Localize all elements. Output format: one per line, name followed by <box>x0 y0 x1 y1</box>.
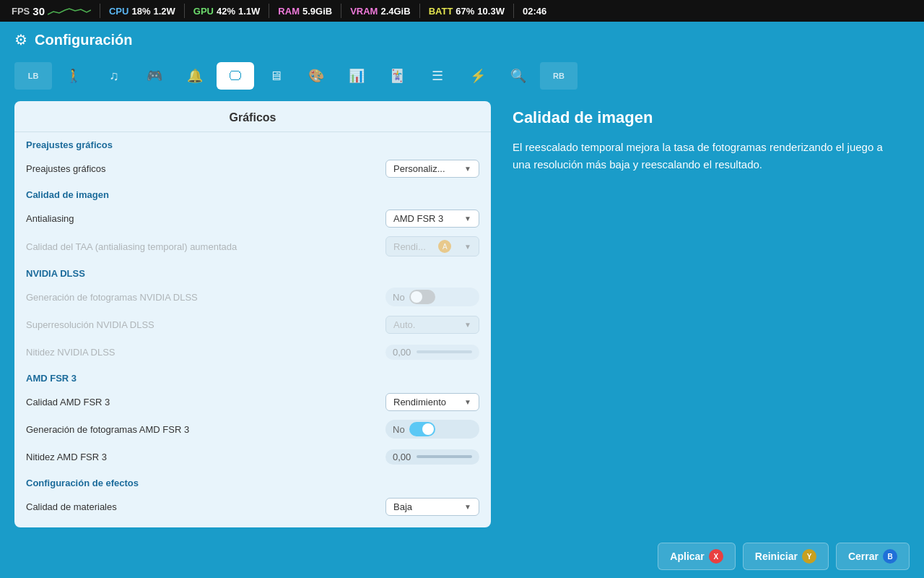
page-title: Configuración <box>35 32 133 48</box>
section-nvidia-dlss: NVIDIA DLSS <box>14 261 491 283</box>
dropdown-calidad-fsr3[interactable]: Rendimiento ▼ <box>385 393 479 411</box>
fps-value: 30 <box>32 5 45 17</box>
section-amd-fsr3: AMD FSR 3 <box>14 366 491 388</box>
slider-track-nvidia[interactable] <box>417 350 472 353</box>
toggle-generacion-nvidia[interactable]: No <box>385 288 479 306</box>
slider-track-fsr3[interactable] <box>417 455 472 458</box>
label-superresolucion-nvidia: Superresolución NVIDIA DLSS <box>26 319 385 330</box>
apply-badge: X <box>709 549 723 564</box>
gpu-label: GPU <box>193 6 214 17</box>
dropdown-materiales-value: Baja <box>393 501 412 512</box>
batt-watts: 10.3W <box>477 6 505 17</box>
dropdown-preajustes-graficos[interactable]: Personaliz... ▼ <box>385 160 479 178</box>
dropdown-preajustes-value: Personaliz... <box>393 163 445 174</box>
vram-val: 2.4GiB <box>380 6 410 17</box>
cpu-pct: 18% <box>131 6 150 17</box>
slider-nvidia-value: 0,00 <box>393 347 411 358</box>
tab-display[interactable]: 🖵 <box>217 62 254 90</box>
vram-section: VRAM 2.4GiB <box>344 0 416 22</box>
badge-a: A <box>438 240 451 253</box>
tab-bell[interactable]: 🔔 <box>176 62 214 90</box>
close-label: Cerrar <box>848 551 879 562</box>
close-button[interactable]: Cerrar B <box>836 543 910 570</box>
tab-chart[interactable]: 📊 <box>338 62 375 90</box>
tab-card[interactable]: 🃏 <box>378 62 416 90</box>
label-nitidez-fsr3: Nitidez AMD FSR 3 <box>26 452 385 462</box>
section-preajustes: Preajustes gráficos <box>14 132 491 155</box>
toggle-track-fsr3-gen[interactable] <box>409 422 435 436</box>
row-nitidez-nvidia: Nitidez NVIDIA DLSS 0,00 <box>14 338 491 366</box>
section-efectos: Configuración de efectos <box>14 470 491 493</box>
tab-lb[interactable]: LB <box>14 62 52 90</box>
cpu-watts: 1.2W <box>153 6 175 17</box>
batt-section: BATT 67% 10.3W <box>423 0 510 22</box>
label-antialiasing: Antialiasing <box>26 213 385 224</box>
tab-search[interactable]: 🔍 <box>500 62 537 90</box>
clock: 02:46 <box>517 0 552 22</box>
fps-label: FPS <box>12 6 30 17</box>
tab-rb[interactable]: RB <box>540 62 578 90</box>
dropdown-calidad-materiales[interactable]: Baja ▼ <box>385 498 479 516</box>
label-calidad-fsr3: Calidad AMD FSR 3 <box>26 397 385 407</box>
tab-person[interactable]: 🚶 <box>55 62 92 90</box>
slider-fsr3-value: 0,00 <box>393 452 411 462</box>
fps-section: FPS 30 <box>6 0 97 22</box>
toggle-knob-fsr3-gen <box>422 423 434 435</box>
settings-panel: Gráficos Preajustes gráficos Preajustes … <box>14 101 491 527</box>
label-calidad-taa: Calidad del TAA (antialiasing temporal) … <box>26 241 385 252</box>
apply-label: Aplicar <box>670 551 704 562</box>
label-generacion-fsr3: Generación de fotogramas AMD FSR 3 <box>26 424 385 435</box>
tab-palette[interactable]: 🎨 <box>297 62 335 90</box>
slider-nitidez-nvidia[interactable]: 0,00 <box>385 345 479 360</box>
toggle-fsr3-gen-value: No <box>393 424 405 435</box>
info-title: Calidad de imagen <box>513 108 902 127</box>
tab-filter[interactable]: ⚡ <box>459 62 497 90</box>
section-calidad-imagen: Calidad de imagen <box>14 182 491 204</box>
gpu-watts: 1.1W <box>238 6 260 17</box>
vram-label: VRAM <box>350 6 378 17</box>
nav-tabs: LB 🚶 ♫ 🎮 🔔 🖵 🖥 🎨 📊 🃏 ☰ ⚡ 🔍 RB <box>0 58 924 94</box>
dropdown-superresolucion-nvidia[interactable]: Auto. ▼ <box>385 316 479 334</box>
chevron-down-icon-aa: ▼ <box>464 215 471 223</box>
chevron-down-icon-materiales: ▼ <box>464 503 471 511</box>
dropdown-antialiasing[interactable]: AMD FSR 3 ▼ <box>385 210 479 228</box>
toggle-generacion-fsr3[interactable]: No <box>385 420 479 439</box>
tab-list[interactable]: ☰ <box>419 62 456 90</box>
reset-button[interactable]: Reiniciar Y <box>743 543 829 570</box>
tab-monitor[interactable]: 🖥 <box>257 62 295 90</box>
cpu-section: CPU 18% 1.2W <box>103 0 181 22</box>
info-panel: Calidad de imagen El reescalado temporal… <box>505 101 910 527</box>
toggle-track-nvidia-gen[interactable] <box>409 290 435 304</box>
tab-music[interactable]: ♫ <box>95 62 133 90</box>
chevron-down-icon-superres: ▼ <box>464 321 471 329</box>
ram-val: 5.9GiB <box>302 6 332 17</box>
row-nitidez-fsr3: Nitidez AMD FSR 3 0,00 <box>14 443 491 470</box>
panel-content: Preajustes gráficos Preajustes gráficos … <box>14 132 491 527</box>
bottom-bar: Aplicar X Reiniciar Y Cerrar B <box>0 535 924 578</box>
row-calidad-fsr3: Calidad AMD FSR 3 Rendimiento ▼ <box>14 388 491 415</box>
cpu-label: CPU <box>109 6 128 17</box>
label-nitidez-nvidia: Nitidez NVIDIA DLSS <box>26 347 385 358</box>
topbar: FPS 30 CPU 18% 1.2W GPU 42% 1.1W RAM 5.9… <box>0 0 924 22</box>
dropdown-antialiasing-value: AMD FSR 3 <box>393 213 443 224</box>
batt-label: BATT <box>429 6 453 17</box>
toggle-nvidia-gen-value: No <box>393 292 405 303</box>
gear-icon: ⚙ <box>14 31 27 48</box>
apply-button[interactable]: Aplicar X <box>658 543 735 570</box>
chevron-down-icon-fsr3: ▼ <box>464 398 471 406</box>
header: ⚙ Configuración <box>0 22 924 58</box>
gpu-section: GPU 42% 1.1W <box>188 0 266 22</box>
reset-label: Reiniciar <box>755 551 798 562</box>
reset-badge: Y <box>802 549 816 564</box>
dropdown-superres-value: Auto. <box>393 319 415 330</box>
label-generacion-nvidia: Generación de fotogramas NVIDIA DLSS <box>26 292 385 303</box>
fps-graph <box>48 4 91 17</box>
tab-gamepad[interactable]: 🎮 <box>136 62 173 90</box>
panel-title: Gráficos <box>14 101 491 132</box>
dropdown-taa-value: Rendi... <box>393 241 426 252</box>
dropdown-fsr3-value: Rendimiento <box>393 397 446 407</box>
dropdown-calidad-taa[interactable]: Rendi... A ▼ <box>385 236 479 256</box>
gpu-pct: 42% <box>217 6 235 17</box>
slider-nitidez-fsr3[interactable]: 0,00 <box>385 449 479 465</box>
batt-pct: 67% <box>456 6 474 17</box>
